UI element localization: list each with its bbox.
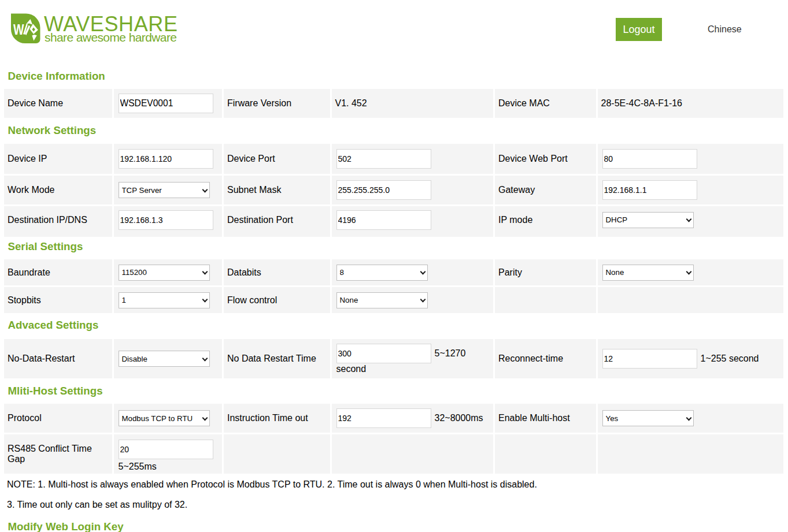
svg-text:share awesome hardware: share awesome hardware	[45, 31, 177, 44]
svg-text:W: W	[13, 21, 24, 38]
